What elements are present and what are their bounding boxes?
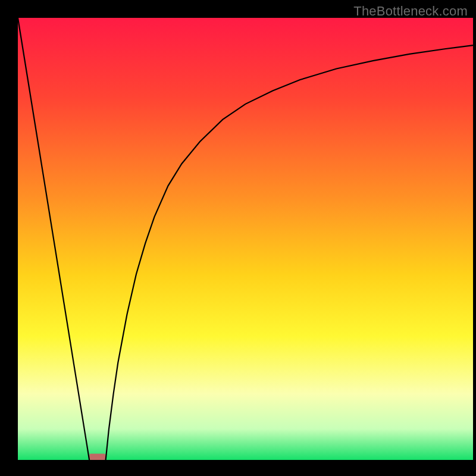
chart-container: TheBottleneck.com xyxy=(0,0,476,476)
watermark-text: TheBottleneck.com xyxy=(353,4,468,19)
chart-svg xyxy=(0,0,476,476)
plot-background xyxy=(18,18,473,460)
floor-marker xyxy=(89,454,106,460)
